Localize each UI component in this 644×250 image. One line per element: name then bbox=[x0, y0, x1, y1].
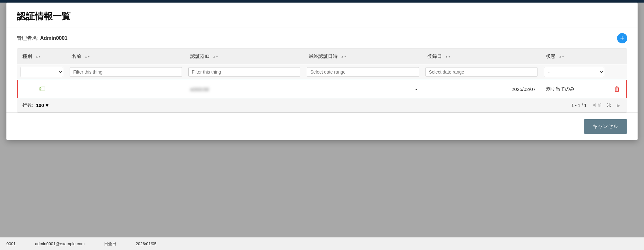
filter-status-select[interactable]: - bbox=[544, 67, 604, 77]
filter-auth-id-cell bbox=[185, 64, 304, 80]
prev-page-button[interactable]: ◀ 前 bbox=[590, 103, 603, 108]
rows-dropdown[interactable]: 100 ▼ bbox=[36, 103, 49, 108]
rows-per-page: 行数: 100 ▼ bbox=[22, 102, 49, 108]
bottom-bar: 0001 admin0001@example.com 日全日 2026/01/0… bbox=[0, 237, 644, 250]
filter-last-auth-input[interactable] bbox=[307, 67, 419, 77]
add-button[interactable]: + bbox=[617, 33, 627, 43]
col-name[interactable]: 名前 ▲▼ bbox=[66, 49, 185, 64]
row-last-auth: - bbox=[304, 80, 422, 98]
auth-table: 種別 ▲▼ 名前 ▲▼ 認証器ID ▲▼ 最終認証日時 bbox=[17, 49, 627, 112]
cancel-button[interactable]: キャンセル bbox=[584, 119, 627, 134]
bottom-time: 2026/01/05 bbox=[136, 241, 157, 246]
col-status[interactable]: 状態 ▲▼ bbox=[541, 49, 607, 64]
col-last-auth[interactable]: 最終認証日時 ▲▼ bbox=[304, 49, 422, 64]
bottom-email: admin0001@example.com bbox=[35, 241, 85, 246]
delete-button[interactable]: 🗑 bbox=[614, 85, 620, 93]
row-delete-cell: 🗑 bbox=[607, 80, 627, 98]
filter-type-cell bbox=[17, 64, 66, 80]
chevron-right-icon: ▶ bbox=[617, 103, 620, 108]
filter-last-auth-cell bbox=[304, 64, 422, 80]
chevron-left-icon: ◀ bbox=[592, 103, 596, 108]
admin-label: 管理者名: Admin0001 bbox=[17, 35, 67, 42]
admin-value: Admin0001 bbox=[40, 35, 67, 41]
row-reg-date: 2025/02/07 bbox=[422, 80, 541, 98]
filter-auth-id-input[interactable] bbox=[188, 67, 301, 77]
filter-reg-date-input[interactable] bbox=[425, 67, 538, 77]
bottom-user: 0001 bbox=[6, 241, 16, 246]
next-page-button[interactable]: ▶ bbox=[615, 103, 622, 108]
filter-type-select[interactable] bbox=[21, 67, 63, 77]
col-reg-date[interactable]: 登録日 ▲▼ bbox=[422, 49, 541, 64]
sort-status-icon: ▲▼ bbox=[559, 55, 564, 58]
pagination: 1 - 1 / 1 ◀ 前 次 ▶ bbox=[571, 103, 622, 108]
col-type[interactable]: 種別 ▲▼ bbox=[17, 49, 66, 64]
filter-reg-date-cell bbox=[422, 64, 541, 80]
table-row: 🏷 a1b2c3d - 2025/02/07 割り当てのみ 🗑 bbox=[17, 80, 627, 98]
tag-icon: 🏷 bbox=[39, 85, 46, 93]
row-status: 割り当てのみ bbox=[541, 80, 607, 98]
row-auth-id: a1b2c3d bbox=[185, 80, 304, 98]
col-auth-id[interactable]: 認証器ID ▲▼ bbox=[185, 49, 304, 64]
dropdown-arrow-icon: ▼ bbox=[45, 103, 49, 108]
row-name bbox=[66, 80, 185, 98]
sort-last-auth-icon: ▲▼ bbox=[341, 55, 347, 58]
filter-name-cell bbox=[66, 64, 185, 80]
filter-status-cell: - bbox=[541, 64, 607, 80]
modal-title: 認証情報一覧 bbox=[17, 10, 627, 22]
plus-icon: + bbox=[620, 35, 624, 42]
filter-name-input[interactable] bbox=[70, 67, 182, 77]
sort-type-icon: ▲▼ bbox=[35, 55, 41, 58]
sort-reg-date-icon: ▲▼ bbox=[445, 55, 451, 58]
bottom-date: 日全日 bbox=[104, 241, 116, 247]
sort-name-icon: ▲▼ bbox=[84, 55, 90, 58]
sort-auth-id-icon: ▲▼ bbox=[213, 55, 219, 58]
row-type: 🏷 bbox=[17, 80, 66, 98]
